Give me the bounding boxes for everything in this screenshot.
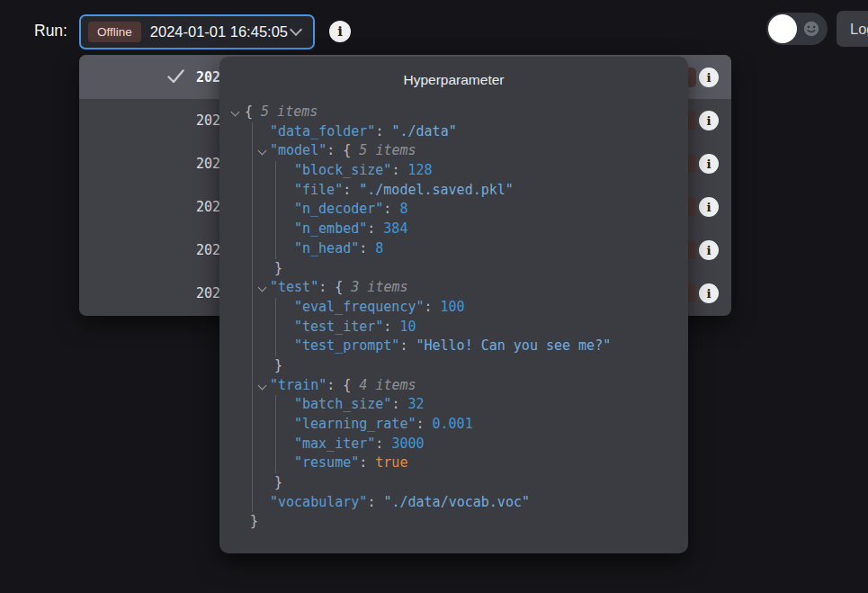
- info-icon[interactable]: i: [699, 111, 719, 130]
- info-icon[interactable]: i: [699, 154, 719, 174]
- theme-toggle[interactable]: [766, 13, 828, 45]
- chevron-down-icon: [290, 23, 302, 36]
- json-segment-key: "batch_size": [294, 396, 391, 412]
- offline-status-badge: Offline: [88, 22, 141, 42]
- json-segment-bool: true: [375, 454, 407, 471]
- json-segment-pun: }: [250, 513, 258, 529]
- toggle-knob[interactable]: [768, 14, 797, 43]
- run-select-trigger[interactable]: Offline 2024-01-01 16:45:05: [79, 14, 315, 49]
- json-segment-pun: :: [343, 182, 359, 198]
- run-label: Run:: [34, 22, 67, 40]
- json-segment-pun: : {: [327, 142, 359, 158]
- json-segment-key: "resume": [294, 454, 359, 471]
- checkmark-icon: [167, 69, 184, 84]
- json-segment-key: "learning_rate": [294, 416, 416, 432]
- json-line: "batch_size": 32: [276, 395, 688, 415]
- json-segment-pun: :: [383, 201, 399, 217]
- json-segment-key: "max_iter": [294, 436, 375, 452]
- json-line: { 5 items: [219, 103, 688, 122]
- json-segment-pun: }: [274, 357, 282, 373]
- json-segment-key: "data_folder": [270, 123, 375, 139]
- json-segment-key: "model": [270, 142, 327, 158]
- json-segment-pun: }: [274, 260, 282, 276]
- smiley-icon: [801, 19, 821, 39]
- collapse-chevron-icon[interactable]: [258, 283, 267, 292]
- json-block: "eval_frequency": 100"test_iter": 10"tes…: [275, 298, 688, 356]
- json-line: }: [219, 512, 688, 532]
- json-segment-pun: : {: [327, 377, 359, 393]
- json-segment-key: "train": [270, 377, 327, 393]
- json-block: "block_size": 128"file": "./model.saved.…: [275, 161, 688, 258]
- collapse-chevron-icon[interactable]: [258, 381, 267, 390]
- json-line: "test_iter": 10: [276, 318, 688, 337]
- json-segment-str: "./model.saved.pkl": [359, 182, 514, 198]
- json-line: "model": { 5 items: [253, 141, 688, 161]
- json-segment-pun: {: [245, 103, 261, 120]
- json-segment-num: 128: [407, 162, 432, 178]
- json-segment-key: "test_iter": [294, 319, 383, 335]
- json-line: "block_size": 128: [276, 161, 688, 181]
- json-segment-key: "file": [294, 182, 343, 198]
- json-segment-key: "block_size": [294, 162, 391, 178]
- json-block: "data_folder": "./data""model": { 5 item…: [252, 122, 688, 513]
- json-segment-pun: :: [383, 319, 399, 335]
- json-line: "file": "./model.saved.pkl": [276, 181, 688, 201]
- json-line: "train": { 4 items: [253, 376, 688, 396]
- json-segment-meta: 4 items: [359, 377, 416, 393]
- json-segment-pun: :: [425, 299, 441, 315]
- json-segment-num: 8: [375, 240, 383, 256]
- json-segment-pun: :: [359, 240, 375, 256]
- json-segment-key: "n_decoder": [294, 201, 383, 217]
- info-icon[interactable]: i: [699, 240, 719, 260]
- json-segment-str: "Hello! Can you see me?": [416, 337, 611, 354]
- info-icon[interactable]: i: [699, 283, 719, 303]
- json-segment-key: "n_head": [294, 240, 359, 256]
- json-line: "resume": true: [276, 454, 688, 473]
- json-segment-meta: 3 items: [351, 279, 407, 295]
- json-line: "n_decoder": 8: [276, 200, 688, 220]
- json-segment-meta: 5 items: [261, 103, 318, 120]
- json-segment-num: 32: [407, 396, 424, 412]
- log-button[interactable]: Log: [837, 11, 868, 47]
- json-segment-pun: :: [359, 454, 375, 471]
- json-line: "vocabulary": "./data/vocab.voc": [253, 493, 688, 513]
- info-icon[interactable]: i: [329, 21, 351, 42]
- json-segment-num: 10: [399, 319, 416, 335]
- json-line: "eval_frequency": 100: [276, 298, 688, 318]
- popover-title: Hyperparameter: [219, 57, 688, 88]
- json-segment-key: "eval_frequency": [294, 299, 425, 315]
- collapse-chevron-icon[interactable]: [231, 108, 240, 117]
- json-segment-num: 0.001: [433, 416, 473, 432]
- json-segment-num: 8: [399, 201, 407, 217]
- json-tree: { 5 items"data_folder": "./data""model":…: [219, 103, 688, 532]
- info-icon[interactable]: i: [699, 197, 719, 217]
- json-segment-pun: }: [274, 474, 282, 490]
- json-line: "test_prompt": "Hello! Can you see me?": [276, 337, 688, 356]
- json-segment-pun: :: [391, 162, 407, 178]
- hyperparameter-popover: Hyperparameter { 5 items"data_folder": "…: [219, 57, 688, 553]
- json-segment-pun: : {: [318, 279, 351, 295]
- json-segment-pun: :: [375, 436, 391, 452]
- json-segment-pun: :: [367, 220, 383, 237]
- json-line: "n_head": 8: [276, 239, 688, 259]
- json-segment-key: "test_prompt": [294, 337, 399, 354]
- json-line: "max_iter": 3000: [276, 435, 688, 454]
- json-segment-meta: 5 items: [359, 142, 416, 158]
- collapse-chevron-icon[interactable]: [258, 147, 267, 156]
- json-line: }: [253, 356, 688, 376]
- json-segment-key: "test": [270, 279, 318, 295]
- info-icon[interactable]: i: [699, 67, 719, 87]
- json-segment-num: 3000: [391, 436, 424, 452]
- json-segment-num: 384: [383, 220, 407, 237]
- json-segment-key: "vocabulary": [270, 494, 367, 510]
- json-line: }: [253, 473, 688, 493]
- json-line: "n_embed": 384: [276, 220, 688, 239]
- json-line: "learning_rate": 0.001: [276, 415, 688, 435]
- json-segment-pun: :: [367, 494, 383, 510]
- json-segment-pun: :: [416, 416, 432, 432]
- json-block: "batch_size": 32"learning_rate": 0.001"m…: [275, 395, 688, 473]
- json-segment-key: "n_embed": [294, 220, 367, 237]
- json-segment-num: 100: [441, 299, 465, 315]
- json-segment-pun: :: [399, 337, 416, 354]
- json-segment-str: "./data": [391, 123, 456, 139]
